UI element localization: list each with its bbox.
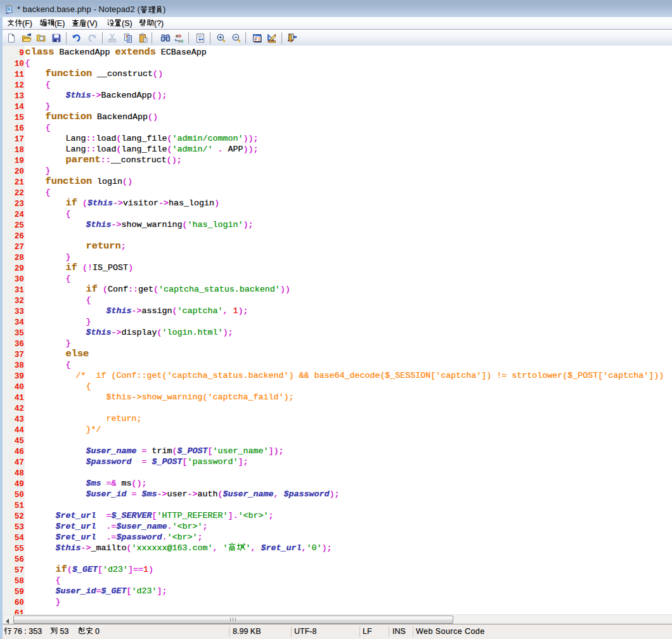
svg-text:c: c <box>181 38 183 43</box>
